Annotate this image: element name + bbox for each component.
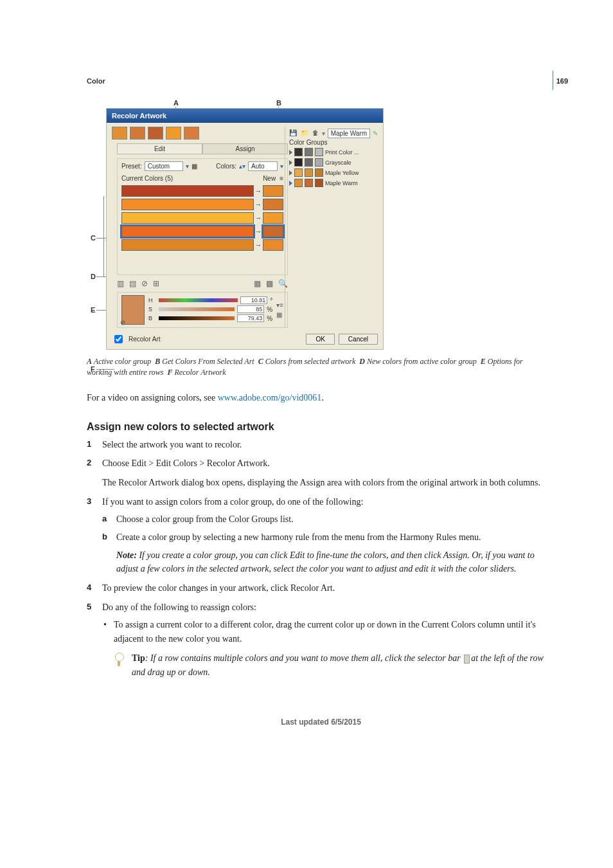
running-head: Color [87, 77, 555, 85]
s-label: S [148, 306, 156, 312]
callout-C: C [91, 234, 96, 242]
figure-caption: A Active color group B Get Colors From S… [87, 356, 537, 378]
chevron-down-icon[interactable]: ▾ [280, 163, 283, 170]
new-group-icon[interactable]: 📁 [301, 129, 308, 136]
arrow-icon[interactable]: → [254, 228, 263, 235]
step-3a: Choose a color group from the Color Grou… [102, 512, 555, 527]
b-slider[interactable] [159, 316, 235, 320]
s-value[interactable]: 85 [237, 305, 264, 313]
randomize-saturation-icon[interactable]: ▦ [254, 279, 261, 288]
color-group-item[interactable]: Maple Warm [289, 179, 379, 187]
arrow-icon[interactable]: → [254, 187, 263, 195]
step-4: To preview the color changes in your art… [87, 581, 555, 595]
selector-bar-icon [464, 655, 470, 664]
step-3b: Create a color group by selecting a new … [102, 530, 555, 576]
new-row-icon[interactable]: ⊞ [153, 279, 159, 288]
color-row[interactable]: → [121, 239, 283, 251]
color-reduction-icon[interactable]: ▦ [191, 163, 197, 170]
callout-D: D [91, 273, 96, 280]
color-row[interactable]: → [121, 185, 283, 197]
drop-zone[interactable] [121, 253, 283, 269]
callout-F: F [91, 365, 95, 373]
step-5: Do any of the following to reassign colo… [87, 601, 555, 679]
cancel-button[interactable]: Cancel [339, 334, 378, 345]
merge-icon[interactable]: ▥ [117, 279, 124, 288]
b-label: B [148, 315, 156, 321]
section-heading: Assign new colors to selected artwork [87, 421, 555, 433]
chevron-down-icon[interactable]: ▾ [186, 163, 189, 170]
video-link[interactable]: www.adobe.com/go/vid0061 [218, 393, 322, 402]
s-slider[interactable] [159, 307, 235, 311]
h-value[interactable]: 10.81 [240, 296, 267, 304]
active-group-swatch[interactable] [112, 127, 127, 140]
separate-icon[interactable]: ▤ [129, 279, 136, 288]
h-slider[interactable] [159, 298, 238, 302]
exclude-icon[interactable]: ⊘ [141, 279, 148, 288]
save-group-icon[interactable]: 💾 [289, 129, 297, 136]
recolor-artwork-screenshot: Recolor Artwork ▾ Maple Warm ✎ 💾 📁 🗑 Col… [106, 108, 384, 350]
swatches-limit-icon[interactable]: ▦ [276, 311, 283, 318]
step-2: Choose Edit > Edit Colors > Recolor Artw… [87, 457, 555, 489]
preset-label: Preset: [121, 163, 142, 170]
callout-A: A [173, 99, 179, 107]
arrow-icon[interactable]: → [254, 214, 263, 222]
b-value[interactable]: 79.43 [237, 314, 264, 322]
tab-assign[interactable]: Assign [202, 143, 288, 154]
step-3: If you want to assign colors from a colo… [87, 495, 555, 576]
new-colors-label: New [263, 175, 276, 182]
video-paragraph: For a video on assigning colors, see www… [87, 391, 555, 404]
current-colors-label: Current Colors (5) [121, 175, 173, 182]
color-mode-menu-icon[interactable]: ▾≡ [276, 302, 283, 309]
harmony-swatch[interactable] [148, 127, 163, 140]
color-groups-label: Color Groups [289, 139, 379, 146]
recolor-art-checkbox[interactable] [114, 335, 123, 343]
dialog-title: Recolor Artwork [107, 109, 383, 123]
recolor-art-label: Recolor Art [129, 336, 160, 343]
harmony-swatch[interactable] [166, 127, 181, 140]
randomize-order-icon[interactable]: ▩ [266, 279, 273, 288]
harmony-swatch[interactable] [130, 127, 145, 140]
color-group-item[interactable]: Print Color ... [289, 148, 379, 156]
colors-stepper-icon[interactable]: ▴▾ [239, 163, 245, 170]
h-label: H [148, 297, 156, 303]
color-row[interactable]: → [121, 199, 283, 210]
color-group-item[interactable]: Maple Yellow [289, 168, 379, 177]
delete-group-icon[interactable]: 🗑 [312, 129, 319, 136]
color-row[interactable]: → [121, 212, 283, 224]
page-footer: Last updated 6/5/2015 [87, 718, 555, 727]
color-row[interactable]: → [121, 226, 283, 237]
color-group-item[interactable]: Grayscale [289, 158, 379, 167]
arrow-icon[interactable]: → [254, 201, 263, 208]
lightbulb-icon [114, 653, 124, 665]
callout-E: E [91, 306, 95, 314]
colors-select[interactable]: Auto [248, 161, 278, 171]
selected-color-swatch: ⊘ [121, 295, 145, 325]
step-1: Select the artwork you want to recolor. [87, 438, 555, 452]
page-number: 169 [556, 77, 568, 85]
tab-edit[interactable]: Edit [117, 143, 202, 154]
arrow-icon[interactable]: → [254, 241, 263, 249]
ok-button[interactable]: OK [306, 334, 334, 345]
colors-label: Colors: [216, 163, 236, 170]
step-5-bullet: To assign a current color to a different… [102, 618, 555, 679]
out-of-gamut-icon[interactable]: ⊘ [120, 319, 142, 326]
callout-B: B [276, 99, 281, 107]
preset-select[interactable]: Custom [145, 161, 183, 171]
menu-icon[interactable]: ≡ [280, 175, 283, 182]
harmony-swatch[interactable] [184, 127, 199, 140]
